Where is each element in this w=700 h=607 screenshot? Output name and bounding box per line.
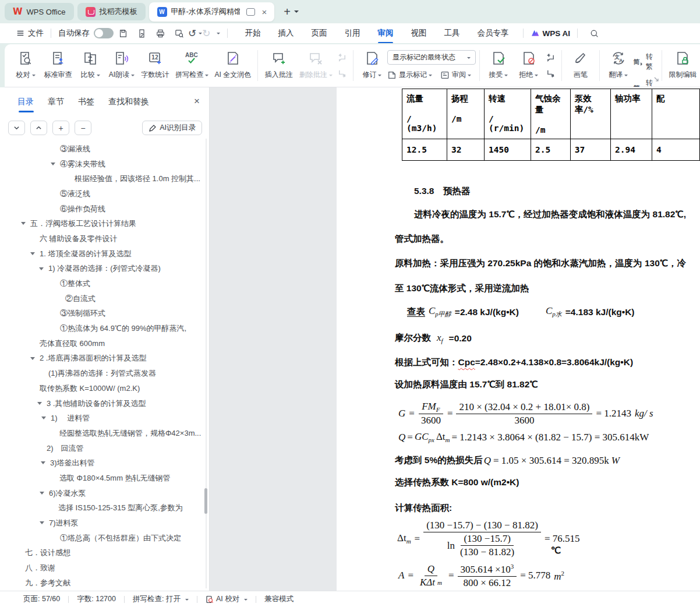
insert-comment-button[interactable]: 插入批注: [261, 44, 296, 87]
compare-button[interactable]: 比较: [75, 44, 105, 87]
tab-document[interactable]: W 甲醇-水体系浮阀精馏塔的设计 ×: [149, 2, 275, 22]
sidebar-tab-书签[interactable]: 书签: [78, 97, 94, 112]
toc-collapse-icon[interactable]: [37, 402, 42, 407]
markup-state-select[interactable]: 显示标记的最终状态: [387, 50, 476, 65]
zoom-out-toc-button[interactable]: −: [75, 121, 91, 135]
toc-item[interactable]: ③漏液线: [0, 142, 209, 157]
toc-item[interactable]: (1)再沸器的选择：列管式蒸发器: [0, 366, 209, 381]
word-count-indicator[interactable]: 字数: 12700: [77, 594, 116, 604]
expand-all-button[interactable]: [30, 121, 47, 135]
toc-item[interactable]: ④雾沫夹带线: [0, 157, 209, 172]
menu-item-视图[interactable]: 视图: [410, 27, 428, 40]
brush-button[interactable]: 画笔: [565, 44, 596, 87]
toc-item[interactable]: ②自流式: [0, 291, 209, 306]
word-count-button[interactable]: 12 字数统计: [138, 44, 172, 87]
toc-item[interactable]: 九．参考文献: [0, 576, 209, 591]
toc-item[interactable]: ⑤液泛线: [0, 186, 209, 202]
previous-revision-button[interactable]: [545, 53, 557, 63]
sidebar-tab-章节[interactable]: 章节: [48, 97, 64, 112]
accept-button[interactable]: 接受: [483, 44, 514, 87]
expand-group-icon[interactable]: [654, 77, 659, 82]
menu-item-开始[interactable]: 开始: [244, 27, 262, 40]
ai-proofread-status[interactable]: AI 校对: [206, 594, 248, 604]
sidebar-tab-查找和替换[interactable]: 查找和替换: [108, 97, 149, 112]
ai-recognize-toc-button[interactable]: AI识别目录: [142, 121, 202, 135]
tab-wps-office[interactable]: W WPS Office: [5, 3, 74, 20]
compat-mode-indicator[interactable]: 兼容模式: [264, 594, 294, 604]
menu-item-插入[interactable]: 插入: [277, 27, 295, 40]
toc-item[interactable]: 五．浮阀塔板工艺设计计算结果: [0, 216, 209, 231]
toc-item[interactable]: 七．设计感想: [0, 546, 209, 561]
toc-item[interactable]: 经圆整选取热轧无缝钢管，规格Φ42×3m...: [0, 426, 209, 441]
proofread-button[interactable]: 校对: [10, 44, 41, 87]
toc-collapse-icon[interactable]: [51, 163, 55, 168]
tab-mode-icon[interactable]: [246, 8, 255, 16]
tab-list-chevron-icon[interactable]: [294, 10, 299, 15]
reject-button[interactable]: 拒绝: [514, 44, 544, 87]
sidebar-tab-目录[interactable]: 目录: [17, 97, 34, 112]
toc-collapse-icon[interactable]: [40, 521, 44, 527]
toc-collapse-icon[interactable]: [41, 417, 46, 422]
toc-item[interactable]: ①热流体为 64.9℃的 99%的甲醇蒸汽,: [0, 321, 209, 336]
menu-item-引用[interactable]: 引用: [344, 27, 362, 40]
toc-collapse-icon[interactable]: [21, 222, 26, 227]
toc-item[interactable]: 1) 进料管: [0, 411, 209, 426]
toc-item[interactable]: 2 .塔底再沸器面积的计算及选型: [0, 351, 209, 366]
quick-access-chevron-icon[interactable]: [217, 33, 220, 36]
next-comment-button[interactable]: [337, 68, 348, 79]
new-tab-button[interactable]: +: [284, 6, 291, 17]
show-markup-button[interactable]: 显示标记: [387, 70, 432, 80]
to-traditional-button[interactable]: 简 转繁: [634, 52, 658, 72]
toc-item[interactable]: 选择 IS150-125-315 型离心泵,参数为: [0, 501, 209, 516]
menu-item-会员专享[interactable]: 会员专享: [476, 27, 510, 40]
export-pdf-button[interactable]: [135, 27, 148, 40]
toc-item[interactable]: 7)进料泵: [0, 516, 209, 531]
toc-item[interactable]: 取传热系数 K=1000W/ (m2.K): [0, 381, 209, 396]
toc-item[interactable]: ①塔总高（不包括群座）由下式决定: [0, 531, 209, 546]
document-page[interactable]: 流量/ (m3/h)扬程/m转速/ (r/min)气蚀余量/m泵效率/%轴功率配…: [337, 87, 700, 591]
toc-item[interactable]: ①整体式: [0, 276, 209, 291]
sidebar-scrollbar-track[interactable]: [206, 139, 207, 588]
menu-item-页面[interactable]: 页面: [310, 27, 328, 40]
review-pane-button[interactable]: 审阅: [440, 70, 471, 80]
delete-comment-button[interactable]: 删除批注: [296, 44, 335, 87]
toc-collapse-icon[interactable]: [40, 492, 44, 497]
sidebar-scrollbar-thumb[interactable]: [204, 488, 207, 514]
undo-dropdown-icon[interactable]: [199, 33, 202, 36]
zoom-in-toc-button[interactable]: +: [52, 121, 69, 135]
file-menu[interactable]: 文件: [16, 28, 44, 38]
toc-item[interactable]: 六 辅助设备及零件设计: [0, 231, 209, 246]
standard-review-button[interactable]: 标准审查: [41, 44, 75, 87]
previous-comment-button[interactable]: [337, 53, 348, 63]
toc-item[interactable]: 6)冷凝水泵: [0, 486, 209, 501]
toc-item[interactable]: 2) 回流管: [0, 441, 209, 456]
toc-collapse-icon[interactable]: [41, 461, 45, 467]
collapse-all-button[interactable]: [8, 121, 25, 135]
restrict-edit-button[interactable]: 限制编辑: [666, 44, 700, 87]
toc-item[interactable]: 根据经验值，因该塔径 1.0m 控制其...: [0, 171, 209, 186]
undo-button[interactable]: ↺: [188, 29, 196, 38]
spellcheck-status[interactable]: 拼写检查: 打开: [133, 594, 189, 604]
print-preview-button[interactable]: [172, 27, 185, 40]
print-button[interactable]: [154, 27, 167, 40]
toc-item[interactable]: ③强制循环式: [0, 306, 209, 322]
toc-collapse-icon[interactable]: [30, 252, 35, 257]
spell-check-button[interactable]: ABC 拼写检查: [172, 44, 212, 87]
toc-item[interactable]: 选取 Φ180×4.5mm 热轧无缝钢管: [0, 471, 209, 486]
toc-collapse-icon[interactable]: [39, 267, 44, 273]
tab-close-icon[interactable]: ×: [259, 7, 270, 17]
toc-item[interactable]: ⑥操作负荷线: [0, 202, 209, 217]
sidebar-close-icon[interactable]: ×: [194, 96, 200, 107]
next-revision-button[interactable]: [545, 68, 557, 79]
toc-item[interactable]: 八．致谢: [0, 560, 209, 576]
toc-item[interactable]: 3)塔釜出料管: [0, 456, 209, 471]
toc-item[interactable]: 1. 塔顶全凝器的计算及选型: [0, 246, 209, 262]
toc-item[interactable]: 3 .其他辅助设备的计算及选型: [0, 396, 209, 411]
page-indicator[interactable]: 页面: 57/60: [23, 594, 60, 604]
toc-collapse-icon[interactable]: [30, 357, 35, 362]
tab-template-store[interactable]: 找稻壳模板: [77, 3, 146, 20]
toc-item[interactable]: 壳体直径取 600mm: [0, 336, 209, 351]
ai-polish-button[interactable]: AI 全文润色: [211, 44, 254, 87]
menu-item-审阅[interactable]: 审阅: [377, 27, 395, 40]
track-changes-button[interactable]: 修订: [357, 44, 387, 87]
